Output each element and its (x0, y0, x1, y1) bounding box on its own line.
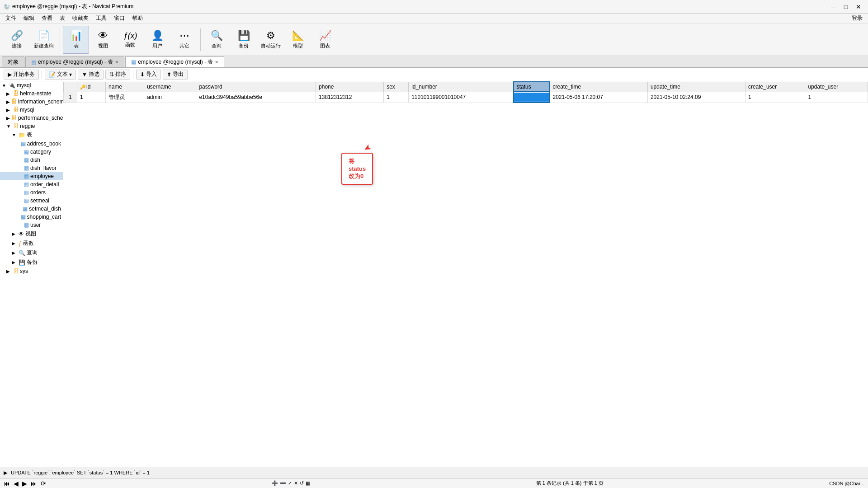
col-header-update-time[interactable]: update_time (647, 82, 745, 92)
sidebar-item-sys[interactable]: ▶ 🗄 sys (0, 267, 63, 275)
backup-button[interactable]: 💾 备份 (231, 26, 257, 54)
cell-sex[interactable]: 1 (384, 92, 409, 103)
record-info: 第 1 条记录 (共 1 条) 于第 1 页 (536, 480, 604, 487)
connect-button[interactable]: 🔗 连接 (4, 26, 30, 54)
cancel-icon[interactable]: ✕ (294, 480, 298, 486)
col-header-name[interactable]: name (106, 82, 144, 92)
menu-tools[interactable]: 工具 (92, 14, 110, 23)
export-button[interactable]: ⬆ 导出 (163, 70, 188, 80)
tab-employee-2[interactable]: ▦ employee @reggie (mysql) - 表 ✕ (125, 56, 224, 67)
autorun-button[interactable]: ⚙ 自动运行 (258, 26, 284, 54)
sidebar-item-setmeal-dish[interactable]: ▦ setmeal_dish (0, 205, 63, 213)
cell-username[interactable]: admin (144, 92, 196, 103)
col-header-phone[interactable]: phone (316, 82, 384, 92)
next-record-button[interactable]: ▶ (22, 480, 27, 487)
sidebar-item-queries-folder[interactable]: ▶ 🔍 查询 (0, 248, 63, 258)
minimize-button[interactable]: ─ (827, 2, 839, 11)
connect-label: 连接 (12, 42, 22, 49)
sidebar-item-info-schema[interactable]: ▶ 🗄 information_schema (0, 98, 63, 106)
cell-status[interactable] (514, 92, 550, 103)
prev-record-button[interactable]: ◀ (14, 480, 19, 487)
sidebar-item-backup-folder[interactable]: ▶ 💾 备份 (0, 258, 63, 267)
sidebar-item-orders[interactable]: ▦ orders (0, 188, 63, 197)
sidebar-item-employee[interactable]: ▦ employee (0, 172, 63, 180)
expand-sql-icon[interactable]: ▶ (4, 470, 7, 476)
cell-id[interactable]: 1 (77, 92, 106, 103)
tab-close-1[interactable]: ✕ (115, 60, 118, 65)
cell-update-user[interactable]: 1 (805, 92, 868, 103)
refresh-button[interactable]: ⟳ (41, 480, 46, 487)
sidebar-item-dish-flavor[interactable]: ▦ dish_flavor (0, 164, 63, 172)
sidebar-item-heima[interactable]: ▶ 🗄 heima-estate (0, 89, 63, 98)
tab-object[interactable]: 对象 (2, 56, 24, 67)
col-header-id-number[interactable]: id_number (409, 82, 514, 92)
menu-edit[interactable]: 编辑 (20, 14, 38, 23)
col-header-id[interactable]: 🔑id (77, 82, 106, 92)
grid-icon[interactable]: ▦ (306, 480, 310, 486)
first-record-button[interactable]: ⏮ (4, 480, 10, 487)
db-icon: 🗄 (13, 107, 19, 113)
col-header-create-user[interactable]: create_user (745, 82, 805, 92)
sidebar-item-label: mysql (17, 82, 31, 89)
col-header-username[interactable]: username (144, 82, 196, 92)
col-header-update-user[interactable]: update_user (805, 82, 868, 92)
function-button[interactable]: ƒ(x) 函数 (117, 26, 143, 54)
text-button[interactable]: 📝 文本 ▾ (45, 70, 76, 80)
menu-help[interactable]: 帮助 (128, 14, 146, 23)
cell-create-time[interactable]: 2021-05-06 17:20:07 (550, 92, 648, 103)
sidebar-item-setmeal[interactable]: ▦ setmeal (0, 197, 63, 205)
cell-phone[interactable]: 13812312312 (316, 92, 384, 103)
table-button[interactable]: 📊 表 (63, 26, 89, 54)
cell-create-user[interactable]: 1 (745, 92, 805, 103)
cell-update-time[interactable]: 2021-05-10 02:24:09 (647, 92, 745, 103)
sidebar-item-address-book[interactable]: ▦ address_book (0, 140, 63, 148)
menu-window[interactable]: 窗口 (110, 14, 128, 23)
remove-row-icon[interactable]: ➖ (280, 480, 286, 486)
sidebar-item-dish[interactable]: ▦ dish (0, 156, 63, 164)
tab-employee-1[interactable]: ▦ employee @reggie (mysql) - 表 ✕ (25, 56, 124, 67)
filter-button[interactable]: ▼ 筛选 (78, 70, 104, 80)
reload-icon[interactable]: ↺ (300, 480, 304, 486)
menu-table[interactable]: 表 (56, 14, 69, 23)
other-button[interactable]: ⋯ 其它 (171, 26, 198, 54)
query-button[interactable]: 🔍 查询 (203, 26, 230, 54)
close-button[interactable]: ✕ (853, 2, 864, 11)
import-button[interactable]: ⬇ 导入 (136, 70, 161, 80)
cell-name[interactable]: 管理员 (106, 92, 144, 103)
login-button[interactable]: 登录 (852, 14, 866, 22)
sidebar-item-user[interactable]: ▦ user (0, 221, 63, 229)
cell-id-number[interactable]: 110101199001010047 (409, 92, 514, 103)
text-icon: 📝 (49, 71, 56, 78)
view-button[interactable]: 👁 视图 (90, 26, 116, 54)
col-header-sex[interactable]: sex (384, 82, 409, 92)
sidebar-item-shopping-cart[interactable]: ▦ shopping_cart (0, 213, 63, 221)
autorun-icon: ⚙ (266, 30, 275, 42)
add-row-icon[interactable]: ➕ (272, 480, 278, 486)
menu-favorites[interactable]: 收藏夹 (69, 14, 92, 23)
last-record-button[interactable]: ⏭ (31, 480, 37, 487)
new-query-button[interactable]: 📄 新建查询 (31, 26, 57, 54)
cell-password[interactable]: e10adc3949ba59abbe56e (196, 92, 316, 103)
menu-view[interactable]: 查看 (38, 14, 56, 23)
col-header-status[interactable]: status (514, 82, 550, 92)
sidebar-item-mysql-root[interactable]: ▼ 🔌 mysql (0, 81, 63, 89)
col-header-password[interactable]: password (196, 82, 316, 92)
maximize-button[interactable]: □ (840, 2, 852, 11)
sidebar-item-views-folder[interactable]: ▶ 👁 视图 (0, 229, 63, 239)
sidebar-item-functions-folder[interactable]: ▶ ƒ 函数 (0, 239, 63, 248)
menu-file[interactable]: 文件 (2, 14, 20, 23)
tab-close-2[interactable]: ✕ (215, 60, 218, 65)
sidebar-item-perf-schema[interactable]: ▶ 🗄 performance_schema (0, 114, 63, 122)
apply-icon[interactable]: ✓ (288, 480, 292, 486)
user-button[interactable]: 👤 用户 (144, 26, 170, 54)
col-header-create-time[interactable]: create_time (550, 82, 648, 92)
sidebar-item-mysql[interactable]: ▶ 🗄 mysql (0, 106, 63, 114)
sort-button[interactable]: ⇅ 排序 (105, 70, 130, 80)
chart-button[interactable]: 📈 图表 (312, 26, 338, 54)
begin-transaction-button[interactable]: ▶ 开始事务 (4, 70, 39, 80)
sidebar-item-reggie[interactable]: ▼ 🗄 reggie (0, 122, 63, 130)
sidebar-item-order-detail[interactable]: ▦ order_detail (0, 180, 63, 188)
sidebar-item-category[interactable]: ▦ category (0, 148, 63, 156)
sidebar-item-tables-folder[interactable]: ▼ 📁 表 (0, 130, 63, 140)
model-button[interactable]: 📐 模型 (285, 26, 311, 54)
